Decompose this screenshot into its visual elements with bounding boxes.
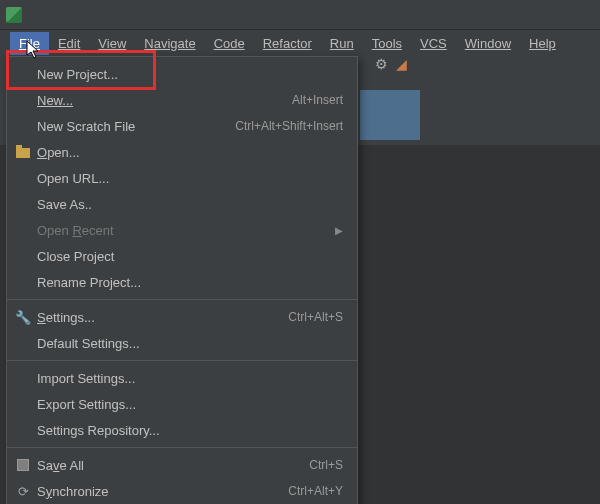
menu-export-settings[interactable]: Export Settings...: [7, 391, 357, 417]
menu-navigate[interactable]: Navigate: [135, 32, 204, 55]
menu-new-scratch[interactable]: New Scratch FileCtrl+Alt+Shift+Insert: [7, 113, 357, 139]
menu-edit[interactable]: Edit: [49, 32, 89, 55]
save-icon: [15, 457, 31, 473]
sync-icon: ⟳: [15, 483, 31, 499]
menu-vcs[interactable]: VCS: [411, 32, 456, 55]
menu-save-as[interactable]: Save As..: [7, 191, 357, 217]
menu-bar: File Edit View Navigate Code Refactor Ru…: [0, 30, 600, 56]
menu-settings[interactable]: 🔧 Settings...Ctrl+Alt+S: [7, 304, 357, 330]
menu-separator: [7, 299, 357, 300]
menu-run[interactable]: Run: [321, 32, 363, 55]
chevron-right-icon: ▶: [335, 225, 343, 236]
menu-refactor[interactable]: Refactor: [254, 32, 321, 55]
menu-save-all[interactable]: Save AllCtrl+S: [7, 452, 357, 478]
marker-icon[interactable]: ◢: [396, 56, 407, 72]
menu-open-recent: Open Recent▶: [7, 217, 357, 243]
title-bar: [0, 0, 600, 30]
menu-separator: [7, 360, 357, 361]
menu-separator: [7, 447, 357, 448]
file-menu-dropdown: New Project... New...Alt+Insert New Scra…: [6, 56, 358, 504]
menu-view[interactable]: View: [89, 32, 135, 55]
menu-open[interactable]: Open...: [7, 139, 357, 165]
toolbar-icons: ⚙ ◢: [375, 56, 407, 72]
app-icon: [6, 7, 22, 23]
menu-synchronize[interactable]: ⟳ SynchronizeCtrl+Alt+Y: [7, 478, 357, 504]
editor-tab[interactable]: [360, 90, 420, 140]
menu-default-settings[interactable]: Default Settings...: [7, 330, 357, 356]
menu-new[interactable]: New...Alt+Insert: [7, 87, 357, 113]
menu-close-project[interactable]: Close Project: [7, 243, 357, 269]
menu-import-settings[interactable]: Import Settings...: [7, 365, 357, 391]
menu-settings-repository[interactable]: Settings Repository...: [7, 417, 357, 443]
menu-rename-project[interactable]: Rename Project...: [7, 269, 357, 295]
menu-window[interactable]: Window: [456, 32, 520, 55]
folder-open-icon: [15, 144, 31, 160]
wrench-icon: 🔧: [15, 309, 31, 325]
menu-file[interactable]: File: [10, 32, 49, 55]
menu-tools[interactable]: Tools: [363, 32, 411, 55]
menu-open-url[interactable]: Open URL...: [7, 165, 357, 191]
gear-icon[interactable]: ⚙: [375, 56, 388, 72]
menu-help[interactable]: Help: [520, 32, 565, 55]
menu-new-project[interactable]: New Project...: [7, 61, 357, 87]
menu-code[interactable]: Code: [205, 32, 254, 55]
